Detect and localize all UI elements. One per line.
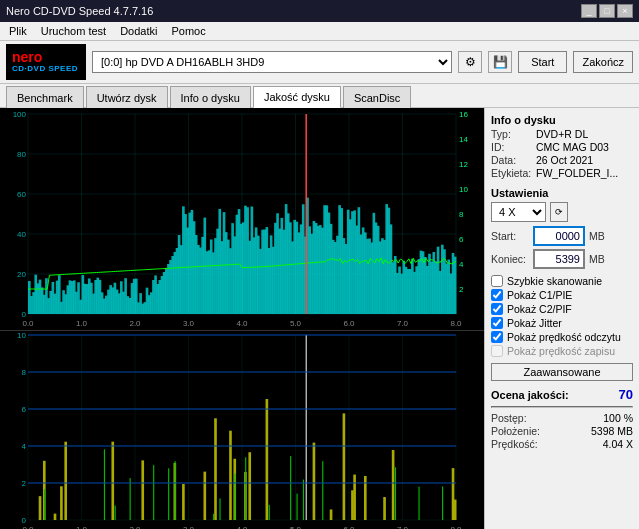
end-input[interactable] xyxy=(533,249,585,269)
start-unit: MB xyxy=(589,230,605,242)
checkbox-szybkie: Szybkie skanowanie xyxy=(491,275,633,287)
quality-row: Ocena jakości: 70 xyxy=(491,387,633,402)
window-controls[interactable]: _ □ × xyxy=(581,4,633,18)
nero-logo-bottom: CD·DVD SPEED xyxy=(12,65,80,74)
nero-logo-top: nero xyxy=(12,50,80,65)
start-label: Start: xyxy=(491,230,529,242)
checkbox-odczyt-input[interactable] xyxy=(491,331,503,343)
left-panel: PI Errors Średnio: 15.58 Maksimum: 71 Ca… xyxy=(0,108,484,529)
menu-plik[interactable]: Plik xyxy=(6,24,30,38)
tab-info[interactable]: Info o dysku xyxy=(170,86,251,108)
settings-section: Ustawienia 4 X 1 X 2 X 8 X Max ⟳ Start: … xyxy=(491,187,633,269)
chart-lower xyxy=(0,331,484,529)
settings-title: Ustawienia xyxy=(491,187,633,199)
tab-utworz[interactable]: Utwórz dysk xyxy=(86,86,168,108)
info-row-id: ID: CMC MAG D03 xyxy=(491,141,633,153)
menu-pomoc[interactable]: Pomoc xyxy=(168,24,208,38)
minimize-button[interactable]: _ xyxy=(581,4,597,18)
end-mb-row: Koniec: MB xyxy=(491,249,633,269)
quality-value: 70 xyxy=(619,387,633,402)
drive-dropdown[interactable]: [0:0] hp DVD A DH16ABLH 3HD9 xyxy=(92,51,452,73)
progress-row-2: Położenie: 5398 MB xyxy=(491,425,633,437)
info-title: Info o dysku xyxy=(491,114,633,126)
toolbar-icon-2[interactable]: 💾 xyxy=(488,51,512,73)
checkbox-c1: Pokaż C1/PIE xyxy=(491,289,633,301)
tabs: Benchmark Utwórz dysk Info o dysku Jakoś… xyxy=(0,84,639,108)
title-bar: Nero CD-DVD Speed 4.7.7.16 _ □ × xyxy=(0,0,639,22)
start-input[interactable]: 0000 xyxy=(533,226,585,246)
maximize-button[interactable]: □ xyxy=(599,4,615,18)
toolbar-icon-1[interactable]: ⚙ xyxy=(458,51,482,73)
tab-scandisc[interactable]: ScanDisc xyxy=(343,86,411,108)
checkbox-c2-input[interactable] xyxy=(491,303,503,315)
checkbox-zapis: Pokaż prędkość zapisu xyxy=(491,345,633,357)
speed-dropdown[interactable]: 4 X 1 X 2 X 8 X Max xyxy=(491,202,546,222)
end-unit: MB xyxy=(589,253,605,265)
checkboxes-section: Szybkie skanowanie Pokaż C1/PIE Pokaż C2… xyxy=(491,275,633,357)
lower-chart-canvas xyxy=(0,331,484,529)
progress-row-1: Postęp: 100 % xyxy=(491,412,633,424)
menu-bar: Plik Uruchom test Dodatki Pomoc xyxy=(0,22,639,41)
tab-jakosc[interactable]: Jakość dysku xyxy=(253,86,341,108)
info-row-etykieta: Etykieta: FW_FOLDER_I... xyxy=(491,167,633,179)
info-row-typ: Typ: DVD+R DL xyxy=(491,128,633,140)
chart-upper xyxy=(0,108,484,331)
start-button[interactable]: Start xyxy=(518,51,567,73)
speed-row: 4 X 1 X 2 X 8 X Max ⟳ xyxy=(491,202,633,222)
window-title: Nero CD-DVD Speed 4.7.7.16 xyxy=(6,5,153,17)
toolbar: nero CD·DVD SPEED [0:0] hp DVD A DH16ABL… xyxy=(0,41,639,84)
checkbox-zapis-input xyxy=(491,345,503,357)
end-label: Koniec: xyxy=(491,253,529,265)
menu-dodatki[interactable]: Dodatki xyxy=(117,24,160,38)
spin-button[interactable]: ⟳ xyxy=(550,202,568,222)
nero-logo: nero CD·DVD SPEED xyxy=(6,44,86,80)
advanced-button[interactable]: Zaawansowane xyxy=(491,363,633,381)
checkbox-c2: Pokaż C2/PIF xyxy=(491,303,633,315)
checkbox-odczyt: Pokaż prędkość odczytu xyxy=(491,331,633,343)
info-section: Info o dysku Typ: DVD+R DL ID: CMC MAG D… xyxy=(491,114,633,179)
info-row-data: Data: 26 Oct 2021 xyxy=(491,154,633,166)
start-mb-row: Start: 0000 MB xyxy=(491,226,633,246)
checkbox-szybkie-input[interactable] xyxy=(491,275,503,287)
end-button[interactable]: Zakończ xyxy=(573,51,633,73)
tab-benchmark[interactable]: Benchmark xyxy=(6,86,84,108)
drive-selector: [0:0] hp DVD A DH16ABLH 3HD9 xyxy=(92,51,452,73)
main-content: PI Errors Średnio: 15.58 Maksimum: 71 Ca… xyxy=(0,108,639,529)
upper-chart-canvas xyxy=(0,108,484,330)
quality-label: Ocena jakości: xyxy=(491,389,569,401)
close-button[interactable]: × xyxy=(617,4,633,18)
checkbox-jitter: Pokaż Jitter xyxy=(491,317,633,329)
checkbox-jitter-input[interactable] xyxy=(491,317,503,329)
right-panel: Info o dysku Typ: DVD+R DL ID: CMC MAG D… xyxy=(484,108,639,529)
checkbox-c1-input[interactable] xyxy=(491,289,503,301)
menu-uruchom[interactable]: Uruchom test xyxy=(38,24,109,38)
progress-row-3: Prędkość: 4.04 X xyxy=(491,438,633,450)
